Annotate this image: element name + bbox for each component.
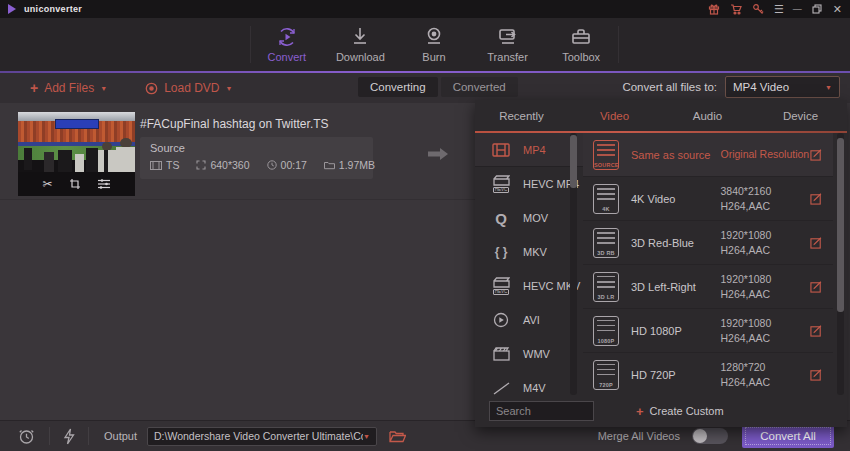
quicktime-icon: Q	[489, 211, 513, 226]
video-thumbnail[interactable]: ✂	[18, 112, 135, 196]
resolution-icon	[196, 160, 206, 170]
gift-icon[interactable]	[708, 3, 721, 16]
key-icon[interactable]	[752, 3, 765, 16]
main-nav: Convert Download Burn Transfer	[0, 18, 850, 71]
queue-tabs: Converting Converted	[358, 77, 518, 97]
format-panel-tabs: Recently Video Audio Device	[475, 100, 847, 131]
preset-hd-1080p[interactable]: 1080P HD 1080P 1920*1080H264,AAC	[583, 309, 833, 353]
chevron-down-icon: ▼	[226, 85, 233, 92]
format-list: MP4 HEVC HEVC MP4 Q MOV { }	[475, 133, 583, 395]
minimize-icon[interactable]: —	[793, 3, 802, 16]
chevron-down-icon: ▼	[363, 433, 370, 440]
preset-3d-left-right[interactable]: 3D LR 3D Left-Right 1920*1080H264,AAC	[583, 265, 833, 309]
dvd-icon	[145, 82, 158, 95]
open-folder-icon[interactable]	[389, 430, 406, 443]
search-input[interactable]	[489, 401, 594, 421]
file-name: #FACupFinal hashtag on Twitter.TS	[140, 117, 329, 131]
thumbnail-toolbar: ✂	[18, 172, 135, 196]
schedule-icon[interactable]	[18, 428, 35, 445]
load-dvd-button[interactable]: Load DVD ▼	[145, 81, 232, 95]
format-item-wmv[interactable]: WMV	[475, 337, 583, 371]
format-item-m4v[interactable]: M4V	[475, 371, 583, 395]
tab-device[interactable]: Device	[754, 100, 847, 131]
preset-list-scrollbar[interactable]	[837, 133, 844, 395]
edit-preset-icon[interactable]	[810, 368, 823, 381]
preset-same-as-source[interactable]: SOURCE Same as source Original Resolutio…	[583, 133, 833, 177]
app-window: uniconverter ☰ — ✕	[0, 0, 850, 451]
menu-icon[interactable]: ☰	[774, 3, 784, 16]
output-arrow-icon	[426, 147, 450, 165]
restore-icon[interactable]	[811, 3, 824, 16]
merge-all-videos-label: Merge All Videos	[598, 430, 680, 442]
format-item-hevc-mp4[interactable]: HEVC HEVC MP4	[475, 167, 583, 201]
trim-icon[interactable]: ✂	[42, 177, 52, 191]
output-format-dropdown[interactable]: MP4 Video ▼	[725, 76, 840, 98]
divider	[88, 427, 89, 445]
cart-icon[interactable]	[730, 3, 743, 16]
plus-icon: +	[636, 404, 644, 419]
hevc-clapper-icon: HEVC	[489, 175, 513, 194]
create-custom-button[interactable]: + Create Custom	[636, 404, 724, 419]
preset-4k-video[interactable]: 4K 4K Video 3840*2160H264,AAC	[583, 177, 833, 221]
convert-all-files-label: Convert all files to:	[622, 81, 717, 93]
app-logo-icon	[8, 4, 16, 14]
toolbox-icon	[570, 26, 592, 48]
clock-icon	[267, 160, 277, 170]
edit-preset-icon[interactable]	[810, 280, 823, 293]
tab-video[interactable]: Video	[568, 100, 661, 131]
add-files-button[interactable]: + Add Files ▼	[30, 80, 107, 96]
tab-recently[interactable]: Recently	[475, 100, 568, 131]
3d-lr-preset-icon: 3D LR	[593, 272, 619, 302]
edit-preset-icon[interactable]	[810, 192, 823, 205]
preset-3d-red-blue[interactable]: 3D RB 3D Red-Blue 1920*1080H264,AAC	[583, 221, 833, 265]
file-list-item: ✂ #FACupFinal hashtag on Twitter.TS Sour…	[0, 106, 475, 200]
close-icon[interactable]: ✕	[833, 3, 842, 16]
download-icon	[350, 26, 370, 48]
edit-preset-icon[interactable]	[810, 324, 823, 337]
panel-footer: + Create Custom	[475, 395, 847, 427]
format-item-mov[interactable]: Q MOV	[475, 201, 583, 235]
convert-all-button[interactable]: Convert All	[742, 424, 834, 448]
tab-download[interactable]: Download	[324, 18, 398, 71]
tab-transfer[interactable]: Transfer	[471, 18, 545, 71]
output-path-dropdown[interactable]: D:\Wondershare Video Converter Ultimate\…	[147, 427, 377, 446]
preset-hd-720p[interactable]: 720P HD 720P 1280*720H264,AAC	[583, 353, 833, 395]
hevc-clapper-icon: HEVC	[489, 277, 513, 296]
film-icon	[150, 161, 162, 170]
effects-icon[interactable]	[97, 178, 111, 190]
4k-preset-icon: 4K	[593, 184, 619, 214]
preset-list: SOURCE Same as source Original Resolutio…	[583, 133, 833, 395]
divider	[49, 427, 50, 445]
tab-audio[interactable]: Audio	[661, 100, 754, 131]
folder-icon	[324, 161, 335, 170]
size-field: 1.97MB	[324, 159, 375, 171]
convert-icon	[276, 26, 298, 48]
plus-icon: +	[30, 80, 38, 96]
tab-toolbox[interactable]: Toolbox	[544, 18, 618, 71]
format-item-hevc-mkv[interactable]: HEVC HEVC MKV	[475, 269, 583, 303]
format-item-mkv[interactable]: { } MKV	[475, 235, 583, 269]
crop-icon[interactable]	[69, 178, 81, 190]
source-info-box: Source TS 640*360 00:17 1.97MB	[140, 137, 373, 179]
edit-preset-icon[interactable]	[810, 148, 823, 161]
resolution-field: 640*360	[196, 159, 249, 171]
format-panel: Recently Video Audio Device MP4	[475, 100, 847, 427]
transfer-icon	[497, 26, 519, 48]
720p-preset-icon: 720P	[593, 360, 619, 390]
format-item-mp4[interactable]: MP4	[475, 133, 583, 167]
tab-convert[interactable]: Convert	[250, 18, 324, 71]
1080p-preset-icon: 1080P	[593, 316, 619, 346]
merge-toggle[interactable]	[692, 428, 728, 444]
format-field: TS	[150, 159, 179, 171]
format-list-scrollbar[interactable]	[570, 133, 577, 395]
toolbar: + Add Files ▼ Load DVD ▼ Converting Conv…	[0, 73, 850, 103]
tab-burn[interactable]: Burn	[397, 18, 471, 71]
format-item-avi[interactable]: AVI	[475, 303, 583, 337]
high-speed-icon[interactable]	[63, 428, 75, 445]
clapperboard-icon	[489, 347, 513, 361]
3d-rb-preset-icon: 3D RB	[593, 228, 619, 258]
chevron-down-icon: ▼	[100, 85, 107, 92]
edit-preset-icon[interactable]	[810, 236, 823, 249]
tab-converting[interactable]: Converting	[358, 77, 438, 97]
tab-converted[interactable]: Converted	[441, 77, 518, 97]
